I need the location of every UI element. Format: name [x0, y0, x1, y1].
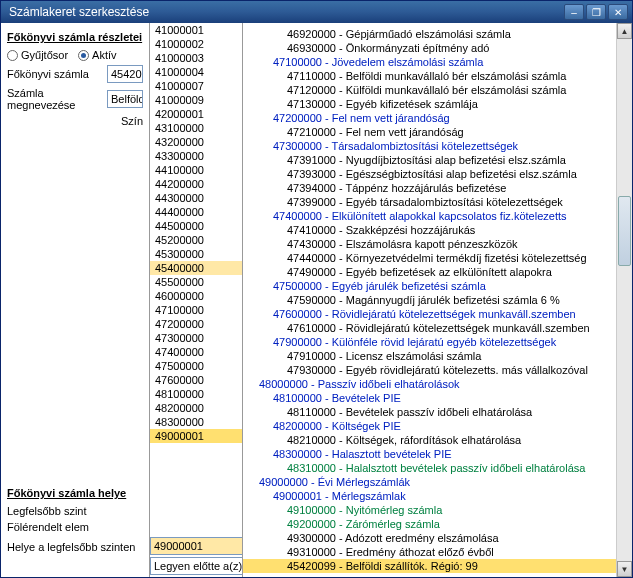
tree-node[interactable]: 48100000 - Bevételek PIE	[243, 391, 616, 405]
radio-gyujtosor[interactable]	[7, 50, 18, 61]
tree-node[interactable]: 49300000 - Adózott eredmény elszámolása	[243, 531, 616, 545]
helye-value: Legyen előtte a(z):	[154, 560, 243, 572]
dropdown-item[interactable]: 43100000	[150, 121, 242, 135]
tree-node[interactable]: 47440000 - Környezetvédelmi termékdíj fi…	[243, 251, 616, 265]
tree-node[interactable]: 48200000 - Költségek PIE	[243, 419, 616, 433]
vertical-scrollbar[interactable]: ▲ ▼	[616, 23, 632, 577]
tree-node[interactable]: 46930000 - Önkormányzati építmény adó	[243, 41, 616, 55]
maximize-button[interactable]: ❐	[586, 4, 606, 20]
tree-node[interactable]: 47130000 - Egyéb kifizetések számlája	[243, 97, 616, 111]
close-button[interactable]: ✕	[608, 4, 628, 20]
folerendelt-select[interactable]: 49000001 ▼	[150, 537, 243, 555]
section-account-details: Főkönyvi számla részletei	[7, 31, 143, 43]
dropdown-item[interactable]: 43300000	[150, 149, 242, 163]
tree-node[interactable]: 48110000 - Bevételek passzív időbeli elh…	[243, 405, 616, 419]
dropdown-item[interactable]: 45300000	[150, 247, 242, 261]
tree-node[interactable]: 47600000 - Rövidlejáratú kötelezettségek…	[243, 307, 616, 321]
account-tree[interactable]: 46920000 - Gépjárműadó elszámolási száml…	[243, 23, 616, 577]
tree-node[interactable]: 47394000 - Táppénz hozzájárulás befizeté…	[243, 181, 616, 195]
tree-node[interactable]: 47610000 - Rövidlejáratú kötelezettségek…	[243, 321, 616, 335]
fokonyvi-input[interactable]: 45420099	[107, 65, 143, 83]
tree-node[interactable]: 47100000 - Jövedelem elszámolási számla	[243, 55, 616, 69]
tree-node[interactable]: 47430000 - Elszámolásra kapott pénzeszkö…	[243, 237, 616, 251]
dropdown-item[interactable]: 41000002	[150, 37, 242, 51]
scroll-thumb[interactable]	[618, 196, 631, 266]
tree-node[interactable]: 45420099 - Belföldi szállítók. Régió: 99	[243, 559, 616, 573]
titlebar: Számlakeret szerkesztése – ❐ ✕	[1, 1, 632, 23]
dropdown-item[interactable]: 47600000	[150, 373, 242, 387]
tree-node[interactable]: 47391000 - Nyugdíjbiztosítási alap befiz…	[243, 153, 616, 167]
dropdown-item[interactable]: 47500000	[150, 359, 242, 373]
dropdown-item[interactable]: 48100000	[150, 387, 242, 401]
dropdown-item[interactable]: 42000001	[150, 107, 242, 121]
tree-node[interactable]: 47200000 - Fel nem vett járandóság	[243, 111, 616, 125]
dropdown-item[interactable]: 46000000	[150, 289, 242, 303]
dropdown-item[interactable]: 44200000	[150, 177, 242, 191]
dropdown-item[interactable]: 45400000	[150, 261, 242, 275]
dropdown-item[interactable]: 48300000	[150, 415, 242, 429]
tree-node[interactable]: 49000001 - Mérlegszámlak	[243, 489, 616, 503]
tree-node[interactable]: 49000000 - Évi Mérlegszámlák	[243, 475, 616, 489]
radio-active-row[interactable]: Aktív	[78, 49, 116, 61]
tree-node[interactable]: 49310000 - Eredmény áthozat előző évből	[243, 545, 616, 559]
dropdown-item[interactable]: 44500000	[150, 219, 242, 233]
tree-node[interactable]: 47400000 - Elkülönített alapokkal kapcso…	[243, 209, 616, 223]
body: Főkönyvi számla részletei Gyűjtősor Aktí…	[1, 23, 632, 577]
dropdown-item[interactable]: 44300000	[150, 191, 242, 205]
tree-node[interactable]: 47110000 - Belföldi munkavállaló bér els…	[243, 69, 616, 83]
dropdown-item[interactable]: 43200000	[150, 135, 242, 149]
dropdown-item[interactable]: 41000003	[150, 51, 242, 65]
megnev-input[interactable]: Belföldi s	[107, 90, 143, 108]
dropdown-item[interactable]: 45200000	[150, 233, 242, 247]
fokonyvi-label: Főkönyvi számla	[7, 68, 107, 80]
folerendelt-value: 49000001	[154, 540, 203, 552]
tree-node[interactable]: 47490000 - Egyéb befizetések az elkülöní…	[243, 265, 616, 279]
tree-node[interactable]: 48300000 - Halasztott bevételek PIE	[243, 447, 616, 461]
dropdown-item[interactable]: 44400000	[150, 205, 242, 219]
tree-node[interactable]: 47410000 - Szakképzési hozzájárukás	[243, 223, 616, 237]
megnev-label: Számla megnevezése	[7, 87, 107, 111]
tree-node[interactable]: 47590000 - Magánnyugdíj járulék befizeté…	[243, 293, 616, 307]
tree-node[interactable]: 46920000 - Gépjárműadó elszámolási száml…	[243, 27, 616, 41]
tree-node[interactable]: 47900000 - Különféle rövid lejáratú egyé…	[243, 335, 616, 349]
tree-node[interactable]: 47500000 - Egyéb járulék befizetési szám…	[243, 279, 616, 293]
radio-gyujtosor-label: Gyűjtősor	[21, 49, 68, 61]
dropdown-item[interactable]: 49000001	[150, 429, 242, 443]
dropdown-item[interactable]: 45500000	[150, 275, 242, 289]
scroll-up-button[interactable]: ▲	[617, 23, 632, 39]
tree-node[interactable]: 47393000 - Egészségbiztosítási alap befi…	[243, 167, 616, 181]
tree-node[interactable]: 47399000 - Egyéb társadalombiztosítási k…	[243, 195, 616, 209]
dropdown-item[interactable]: 48200000	[150, 401, 242, 415]
radio-group-row[interactable]: Gyűjtősor	[7, 49, 68, 61]
tree-node[interactable]: 49200000 - Zárómérleg számla	[243, 517, 616, 531]
tree-node[interactable]: 47300000 - Társadalombiztosítási kötelez…	[243, 139, 616, 153]
tree-node[interactable]: 48210000 - Költségek, ráfordítások elhat…	[243, 433, 616, 447]
tree-node[interactable]: 48000000 - Passzív időbeli elhatárolások	[243, 377, 616, 391]
scroll-down-button[interactable]: ▼	[617, 561, 632, 577]
dropdown-item[interactable]: 41000009	[150, 93, 242, 107]
window: Számlakeret szerkesztése – ❐ ✕ Főkönyvi …	[0, 0, 633, 578]
scroll-track[interactable]	[617, 39, 632, 561]
tree-node[interactable]: 47120000 - Külföldi munkavállaló bér els…	[243, 83, 616, 97]
tree-node[interactable]: 47910000 - Licensz elszámolási számla	[243, 349, 616, 363]
dropdown-item[interactable]: 47100000	[150, 303, 242, 317]
dropdown-item[interactable]: 44100000	[150, 163, 242, 177]
dropdown-list[interactable]: 4100000141000002410000034100000441000007…	[149, 23, 243, 577]
dropdown-item[interactable]: 47300000	[150, 331, 242, 345]
radio-aktiv[interactable]	[78, 50, 89, 61]
tree-node[interactable]: 48310000 - Halalsztott bevételek passzív…	[243, 461, 616, 475]
dropdown-item[interactable]: 41000001	[150, 23, 242, 37]
dropdown-item[interactable]: 47200000	[150, 317, 242, 331]
radio-aktiv-label: Aktív	[92, 49, 116, 61]
helye-label: Helye a legfelsőbb szinten	[7, 541, 135, 553]
dropdown-item[interactable]: 41000007	[150, 79, 242, 93]
dropdown-item[interactable]: 41000004	[150, 65, 242, 79]
dropdown-item[interactable]: 47400000	[150, 345, 242, 359]
helye-select[interactable]: Legyen előtte a(z): ▼	[150, 557, 243, 575]
tree-node[interactable]: 47210000 - Fel nem vett járandóság	[243, 125, 616, 139]
legfelsobb-label: Legfelsőbb szint	[7, 505, 87, 517]
tree-pane: 46920000 - Gépjárműadó elszámolási száml…	[243, 23, 632, 577]
minimize-button[interactable]: –	[564, 4, 584, 20]
tree-node[interactable]: 49100000 - Nyitómérleg számla	[243, 503, 616, 517]
tree-node[interactable]: 47930000 - Egyéb rövidlejáratú kötelezet…	[243, 363, 616, 377]
